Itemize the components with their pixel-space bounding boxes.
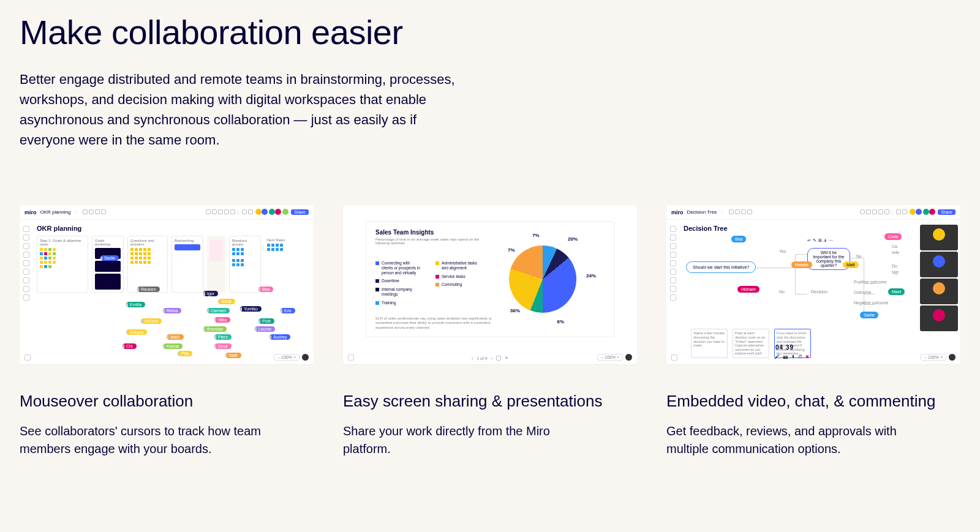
card-desc: See collaborators' cursors to track how … — [20, 422, 277, 458]
slide: Sales Team Insights Percentage of time i… — [365, 221, 615, 337]
board-view-icons[interactable] — [205, 209, 235, 215]
line-tool-icon[interactable] — [23, 260, 29, 266]
video-tile[interactable] — [920, 305, 958, 331]
board-star-icon[interactable]: ☆ — [74, 210, 78, 215]
cursor-pill: Bea — [731, 236, 746, 242]
legend-swatch — [435, 275, 439, 279]
av-controls[interactable]: 🎤 📷 ⬆ ⏱ ✖ — [774, 354, 809, 359]
card-title: Embedded video, chat, & commenting — [666, 391, 960, 411]
legend-item: Connecting with clients or prospects in … — [375, 261, 421, 275]
mic-icon[interactable]: 🎤 — [774, 354, 780, 359]
slide-pager: 1 of 9 — [477, 356, 488, 361]
board-star-icon[interactable]: ☆ — [720, 210, 724, 215]
minimap-icon[interactable] — [24, 354, 31, 361]
frame-tool-icon[interactable] — [23, 286, 29, 292]
collaborator-cursor: Eric — [281, 308, 295, 313]
zoom-controls[interactable]: – 100% + — [274, 354, 309, 361]
board-tool-icons[interactable] — [728, 209, 752, 215]
exit-present-icon[interactable]: ✕ — [505, 356, 508, 361]
legend-text: Internal company meetings — [382, 287, 421, 297]
board-tool-icons[interactable] — [81, 209, 106, 215]
pie-label: 7% — [532, 233, 540, 238]
home-icon[interactable] — [625, 354, 632, 361]
collaborator-cursor: Allegra — [126, 329, 147, 335]
note: Point at each decision node on an "if-th… — [733, 329, 769, 358]
video-tile[interactable] — [920, 279, 958, 304]
legend-swatch — [435, 261, 439, 265]
home-icon[interactable] — [302, 354, 309, 361]
chart-legend: Connecting with clients or prospects in … — [375, 261, 481, 309]
pie-label: 6% — [557, 319, 564, 324]
card-title: Easy screen sharing & presentations — [343, 391, 637, 411]
video-call-stack[interactable] — [920, 225, 958, 331]
legend-swatch — [435, 283, 439, 287]
share-button[interactable]: Share — [291, 209, 309, 215]
legend-swatch — [375, 301, 379, 305]
collaborator-cursor: Piotr — [258, 318, 274, 324]
feature-card-presentations: Sales Team Insights Percentage of time i… — [343, 205, 637, 458]
more-tool-icon[interactable] — [23, 294, 29, 301]
board-heading: Decision Tree — [666, 220, 960, 234]
leave-icon[interactable]: ✖ — [805, 354, 809, 359]
video-tile[interactable] — [920, 252, 958, 277]
legend-item: Downtime — [375, 279, 421, 283]
edge-label: Decision — [811, 290, 827, 294]
pen-tool-icon[interactable] — [23, 269, 29, 275]
collaborator-cursor: Leonie — [255, 326, 275, 332]
outcome-label-do: Do — [892, 264, 897, 268]
share-icon[interactable]: ⬆ — [791, 354, 795, 359]
column-title: Next Steps — [267, 238, 294, 242]
column-title: Breakout groups — [232, 239, 258, 246]
cursor-tool-icon[interactable] — [23, 226, 29, 232]
zoom-controls[interactable]: – 100% + — [921, 354, 956, 361]
zoom-level[interactable]: – 100% + — [274, 354, 300, 361]
next-slide-icon[interactable]: › — [491, 356, 492, 361]
collaborator-cursor: Matt — [225, 353, 241, 358]
column-title: Brainwriting — [175, 239, 200, 242]
home-icon[interactable] — [949, 354, 956, 361]
outcome-label-sigr: sigr — [892, 270, 899, 274]
root-node[interactable]: Should we start this initiative? — [686, 261, 756, 273]
legend-swatch — [375, 288, 379, 291]
node-toolbar[interactable]: ↩✎⊞𝑨⋯ — [807, 238, 833, 243]
slide-subtitle: Percentage of time in an average week sa… — [375, 238, 481, 245]
card-title: Mouseover collaboration — [20, 391, 314, 411]
board-topbar: miro Decision Tree ☆ | Share — [666, 205, 960, 220]
cursor-pill: Hisham — [737, 286, 760, 293]
zoom-controls[interactable]: – 100% + — [597, 354, 632, 361]
section-subtitle: Better engage distributed and remote tea… — [20, 69, 461, 150]
presence-avatars[interactable] — [255, 209, 288, 215]
miro-logo: miro — [671, 209, 684, 215]
cursor-pill: Chris — [884, 233, 902, 240]
text-tool-icon[interactable] — [23, 234, 29, 241]
prev-slide-icon[interactable]: ‹ — [472, 356, 473, 361]
board-extra-icons[interactable] — [241, 209, 253, 215]
collaborator-cursor: Bea — [258, 287, 273, 292]
board-extra-icons[interactable] — [895, 209, 907, 215]
timer[interactable]: 04 39 — [775, 344, 794, 351]
minimap-icon[interactable] — [671, 354, 677, 361]
share-button[interactable]: Share — [938, 209, 956, 215]
legend-swatch — [375, 279, 379, 283]
comment-tool-icon[interactable] — [23, 277, 29, 283]
presence-avatars[interactable] — [910, 209, 935, 215]
board-view-icons[interactable] — [859, 209, 889, 215]
cursor-pill: Natalie — [791, 261, 812, 268]
pie-label: 20% — [568, 236, 578, 242]
collaborator-cursor: Chi — [123, 343, 137, 349]
cam-icon[interactable]: 📷 — [783, 354, 788, 359]
collaborator-cursor: Audrey — [270, 334, 290, 340]
collaborator-cursor: Yumiko — [240, 306, 262, 312]
timer-icon[interactable]: ⏱ — [798, 354, 802, 359]
shape-tool-icon[interactable] — [23, 252, 29, 258]
collaborator-cursor: Kenji — [218, 299, 235, 304]
minimap-icon[interactable] — [348, 354, 354, 361]
tool-sidebar[interactable] — [23, 226, 29, 301]
collaborator-cursor: Pita — [178, 351, 192, 356]
legend-item: Internal company meetings — [375, 287, 421, 297]
fullscreen-icon[interactable] — [496, 356, 501, 361]
sticky-tool-icon[interactable] — [23, 243, 29, 249]
video-tile[interactable] — [920, 225, 958, 250]
presentation-controls[interactable]: ‹ 1 of 9 › ✕ — [472, 356, 508, 361]
tool-sidebar[interactable] — [670, 226, 676, 301]
